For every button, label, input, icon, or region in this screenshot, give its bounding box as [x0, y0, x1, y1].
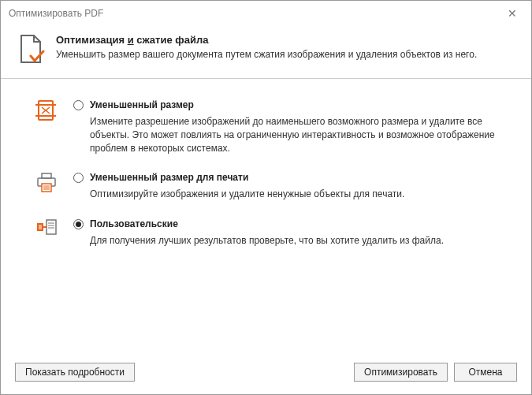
- document-check-icon: [18, 34, 45, 65]
- optimize-button[interactable]: Оптимизировать: [354, 363, 448, 382]
- option-custom-radio-row[interactable]: Пользовательские: [73, 218, 503, 229]
- svg-rect-3: [42, 173, 51, 178]
- option-custom-desc: Для получения лучших результатов проверь…: [73, 234, 503, 248]
- option-reduced-desc: Измените разрешение изображений до наиме…: [73, 115, 503, 155]
- option-print-radio-row[interactable]: Уменьшенный размер для печати: [73, 172, 503, 183]
- dialog-header: Оптимизация и сжатие файла Уменьшить раз…: [1, 26, 531, 78]
- dialog-footer: Показать подробности Оптимизировать Отме…: [1, 355, 531, 394]
- optimize-pdf-dialog: Оптимизировать PDF ✕ Оптимизация и сжати…: [0, 0, 532, 395]
- option-print-label: Уменьшенный размер для печати: [90, 172, 248, 183]
- header-text: Оптимизация и сжатие файла Уменьшить раз…: [56, 34, 477, 60]
- custom-settings-icon: [18, 218, 73, 248]
- close-icon[interactable]: ✕: [501, 7, 523, 20]
- dialog-subtitle: Уменьшить размер вашего документа путем …: [56, 49, 477, 60]
- option-custom: Пользовательские Для получения лучших ре…: [18, 218, 514, 248]
- dialog-title: Оптимизация и сжатие файла: [56, 34, 477, 46]
- svg-rect-9: [47, 220, 56, 234]
- option-reduced-size: Уменьшенный размер Измените разрешение и…: [18, 99, 514, 155]
- option-reduced-label: Уменьшенный размер: [90, 99, 194, 110]
- option-print-desc: Оптимизируйте изображения и удалите нену…: [73, 188, 503, 201]
- radio-print[interactable]: [73, 173, 84, 183]
- window-title: Оптимизировать PDF: [9, 8, 501, 19]
- radio-reduced[interactable]: [73, 100, 84, 110]
- option-reduced-radio-row[interactable]: Уменьшенный размер: [73, 99, 503, 110]
- reduced-size-icon: [18, 99, 73, 155]
- dialog-body: Уменьшенный размер Измените разрешение и…: [1, 79, 531, 355]
- titlebar: Оптимизировать PDF ✕: [1, 1, 531, 26]
- option-custom-label: Пользовательские: [90, 218, 178, 229]
- option-print-size: Уменьшенный размер для печати Оптимизиру…: [18, 172, 514, 201]
- cancel-button[interactable]: Отмена: [454, 363, 517, 382]
- radio-custom[interactable]: [73, 219, 84, 229]
- printer-icon: [18, 172, 73, 201]
- show-details-button[interactable]: Показать подробности: [15, 363, 135, 382]
